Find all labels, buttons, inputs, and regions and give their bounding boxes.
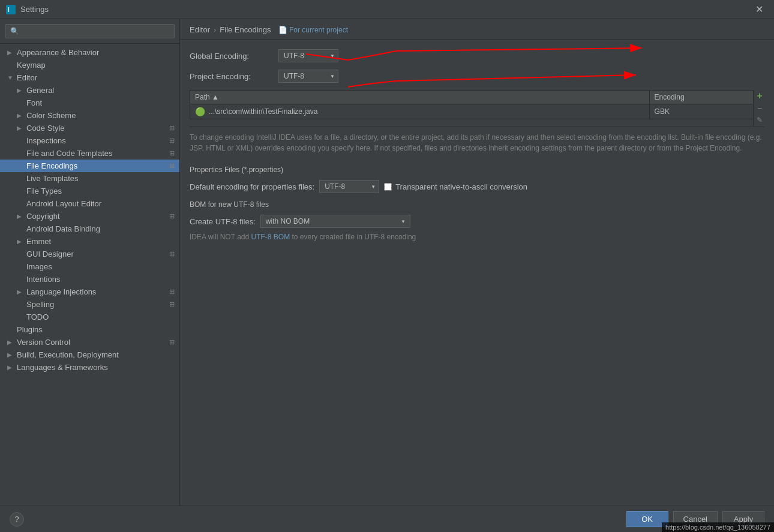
sidebar-label-color-scheme: Color Scheme [26,111,175,120]
sidebar: ▶Appearance & BehaviorKeymap▼Editor▶Gene… [0,19,180,506]
svg-text:I: I [8,7,10,13]
sidebar-item-gui-designer[interactable]: GUI Designer⊞ [0,248,179,260]
file-icon: 🟢 [195,107,205,116]
sidebar-icon-gui-designer: ⊞ [169,250,175,258]
close-button[interactable]: ✕ [751,1,768,17]
edit-path-button[interactable]: ✎ [754,114,766,126]
sidebar-label-emmet: Emmet [26,237,175,246]
project-icon: 📄 [278,26,287,34]
sidebar-item-spelling[interactable]: Spelling⊞ [0,298,179,311]
bom-link[interactable]: UTF-8 BOM [251,233,290,241]
for-project-label: 📄 For current project [278,26,348,34]
sidebar-label-keymap: Keymap [17,61,175,70]
breadcrumb-editor[interactable]: Editor [190,25,210,34]
sidebar-item-general[interactable]: ▶General [0,84,179,97]
tree-arrow-emmet: ▶ [17,238,26,245]
sidebar-item-editor[interactable]: ▼Editor [0,71,179,84]
sidebar-item-emmet[interactable]: ▶Emmet [0,235,179,248]
sidebar-label-copyright: Copyright [26,212,167,221]
encoding-column-header[interactable]: Encoding [649,91,764,104]
tree-arrow-build: ▶ [7,351,17,358]
bom-row: Create UTF-8 files: with NO BOM with BOM [190,215,764,228]
sidebar-item-version-control[interactable]: ▶Version Control⊞ [0,336,179,348]
sidebar-item-keymap[interactable]: Keymap [0,59,179,71]
global-encoding-select[interactable]: UTF-8 UTF-16 ISO-8859-1 GBK [278,49,338,62]
sidebar-item-todo[interactable]: TODO [0,311,179,323]
sidebar-item-plugins[interactable]: Plugins [0,323,179,336]
bom-create-select[interactable]: with NO BOM with BOM [260,215,410,228]
path-table-container: Path ▲ Encoding 🟢 ...\src\com\within\Tes… [190,90,764,119]
tree-arrow-general: ▶ [17,87,26,94]
bom-section-title: BOM for new UTF-8 files [190,200,764,209]
window-title: Settings [20,5,751,14]
sidebar-item-color-scheme[interactable]: ▶Color Scheme [0,109,179,122]
add-path-button[interactable]: + [754,90,766,102]
remove-path-button[interactable]: − [754,102,766,114]
project-encoding-label: Project Encoding: [190,72,274,81]
sidebar-item-intentions[interactable]: Intentions [0,273,179,285]
transparent-conversion-checkbox[interactable] [384,183,392,191]
sidebar-label-android-layout: Android Layout Editor [26,199,175,208]
sidebar-item-language-injections[interactable]: ▶Language Injections⊞ [0,285,179,298]
sidebar-label-font: Font [26,98,175,107]
sidebar-item-file-types[interactable]: File Types [0,185,179,197]
transparent-conversion-label: Transparent native-to-ascii conversion [395,182,527,191]
search-container[interactable] [0,19,179,44]
path-column-header[interactable]: Path ▲ [190,91,650,104]
content-area: Editor › File Encodings 📄 For current pr… [180,19,774,506]
sidebar-item-file-encodings[interactable]: File Encodings⊞ [0,160,179,172]
sidebar-item-android-data[interactable]: Android Data Binding [0,223,179,235]
sidebar-icon-language-injections: ⊞ [169,288,175,296]
table-row[interactable]: 🟢 ...\src\com\within\TestFinalize.java G… [190,104,764,119]
sidebar-icon-code-style: ⊞ [169,124,175,132]
footer-left: ? [10,512,622,527]
sidebar-label-general: General [26,86,175,95]
sidebar-label-version-control: Version Control [17,338,167,347]
transparent-conversion-wrapper: Transparent native-to-ascii conversion [384,182,527,191]
bom-select-wrapper: with NO BOM with BOM [260,215,410,228]
sidebar-item-languages[interactable]: ▶Languages & Frameworks [0,361,179,374]
encoding-cell: GBK [649,104,764,119]
sidebar-label-editor: Editor [17,73,175,82]
sidebar-label-spelling: Spelling [26,300,167,309]
global-encoding-row: Global Encoding: UTF-8 UTF-16 ISO-8859-1… [190,49,764,62]
file-path-value: ...\src\com\within\TestFinalize.java [209,107,317,116]
sidebar-label-file-code-templates: File and Code Templates [26,149,167,158]
sidebar-label-images: Images [26,262,175,271]
table-actions: + − ✎ [753,90,766,126]
tree-arrow-color-scheme: ▶ [17,112,26,119]
sidebar-item-live-templates[interactable]: Live Templates [0,172,179,185]
sidebar-label-inspections: Inspections [26,136,167,145]
sidebar-item-copyright[interactable]: ▶Copyright⊞ [0,210,179,223]
sidebar-item-code-style[interactable]: ▶Code Style⊞ [0,122,179,134]
project-encoding-select-wrapper: UTF-8 UTF-16 ISO-8859-1 GBK [278,70,338,83]
properties-encoding-select[interactable]: UTF-8 UTF-16 ISO-8859-1 GBK [319,180,379,193]
properties-section: Properties Files (*.properties) Default … [190,166,764,193]
project-encoding-select[interactable]: UTF-8 UTF-16 ISO-8859-1 GBK [278,70,338,83]
sidebar-item-android-layout[interactable]: Android Layout Editor [0,197,179,210]
search-input[interactable] [5,24,175,38]
help-button[interactable]: ? [10,512,24,527]
properties-encoding-select-wrapper: UTF-8 UTF-16 ISO-8859-1 GBK [319,180,379,193]
settings-dialog: ▶Appearance & BehaviorKeymap▼Editor▶Gene… [0,19,774,532]
sidebar-tree: ▶Appearance & BehaviorKeymap▼Editor▶Gene… [0,44,179,506]
sidebar-label-build: Build, Execution, Deployment [17,350,175,359]
sidebar-item-file-code-templates[interactable]: File and Code Templates⊞ [0,147,179,160]
sidebar-item-appearance[interactable]: ▶Appearance & Behavior [0,46,179,59]
sidebar-item-images[interactable]: Images [0,260,179,273]
sidebar-item-inspections[interactable]: Inspections⊞ [0,134,179,147]
breadcrumb-file-encodings: File Encodings [220,25,271,34]
title-bar: I Settings ✕ [0,0,774,19]
sidebar-label-language-injections: Language Injections [26,287,167,296]
sidebar-label-appearance: Appearance & Behavior [17,48,175,57]
sidebar-item-build[interactable]: ▶Build, Execution, Deployment [0,348,179,361]
app-icon: I [6,5,16,14]
sidebar-icon-version-control: ⊞ [169,338,175,346]
sidebar-item-font[interactable]: Font [0,97,179,109]
properties-section-title: Properties Files (*.properties) [190,166,764,174]
global-encoding-label: Global Encoding: [190,52,274,61]
project-encoding-row: Project Encoding: UTF-8 UTF-16 ISO-8859-… [190,70,764,83]
bom-info-text: IDEA will NOT add UTF-8 BOM to every cre… [190,233,764,241]
tree-arrow-languages: ▶ [7,364,17,371]
sidebar-icon-file-encodings: ⊞ [169,162,175,170]
